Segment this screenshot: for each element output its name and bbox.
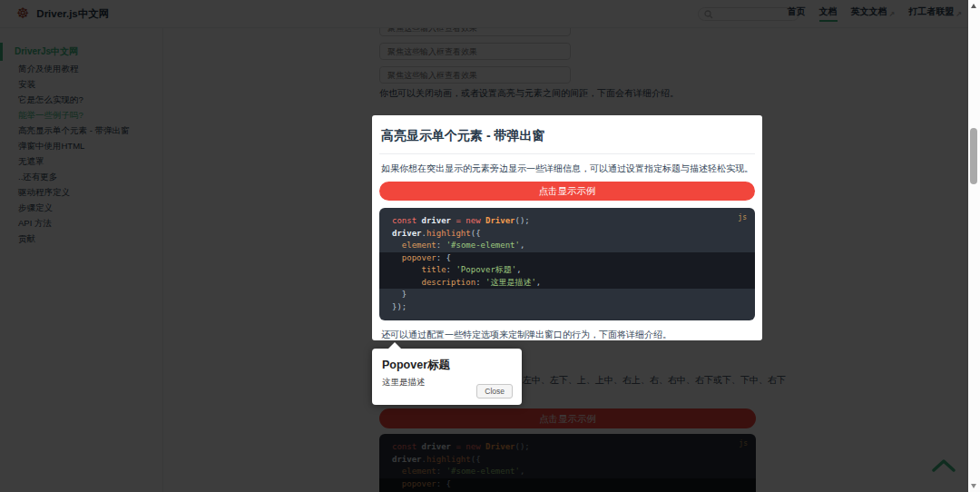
section-description: 如果你想在突出显示的元素旁边显示一些详细信息，可以通过设置指定标题与描述轻松实现…	[381, 162, 753, 175]
scrollbar-thumb[interactable]	[970, 128, 977, 184]
code-line: description: '这里是描述',	[379, 277, 755, 290]
code-line: element: '#some-element',	[379, 240, 755, 252]
section-title: 高亮显示单个元素 - 带弹出窗	[379, 115, 755, 154]
section-after-note: 还可以通过配置一些特定选项来定制弹出窗口的行为，下面将详细介绍。	[381, 329, 753, 341]
scrollbar[interactable]	[968, 0, 980, 492]
code-line: });	[379, 301, 755, 314]
code-block-1: js const driver = new Driver();driver.hi…	[379, 208, 755, 320]
code-line: const driver = new Driver();	[379, 215, 755, 228]
page: 你也可以关闭动画，或者设置高亮与元素之间的间距，下面会有详细介绍。 左中、左下、…	[0, 0, 980, 492]
code-line: driver.highlight({	[379, 228, 755, 241]
scrollbar-down-arrow-icon[interactable]	[971, 484, 976, 488]
show-example-button[interactable]: 点击显示示例	[379, 182, 755, 201]
code-line: title: 'Popover标题',	[379, 264, 755, 277]
code-language-badge: js	[738, 212, 747, 224]
popover-close-button[interactable]: Close	[476, 384, 513, 399]
popover-title: Popover标题	[382, 358, 512, 373]
popover-arrow	[388, 342, 401, 349]
code-line: popover: {	[379, 252, 755, 265]
code-line: }	[379, 289, 755, 301]
scrollbar-up-arrow-icon[interactable]	[971, 4, 976, 8]
driver-popover: Popover标题 这里是描述 Close	[372, 349, 522, 405]
highlighted-section: 高亮显示单个元素 - 带弹出窗 如果你想在突出显示的元素旁边显示一些详细信息，可…	[372, 115, 762, 340]
